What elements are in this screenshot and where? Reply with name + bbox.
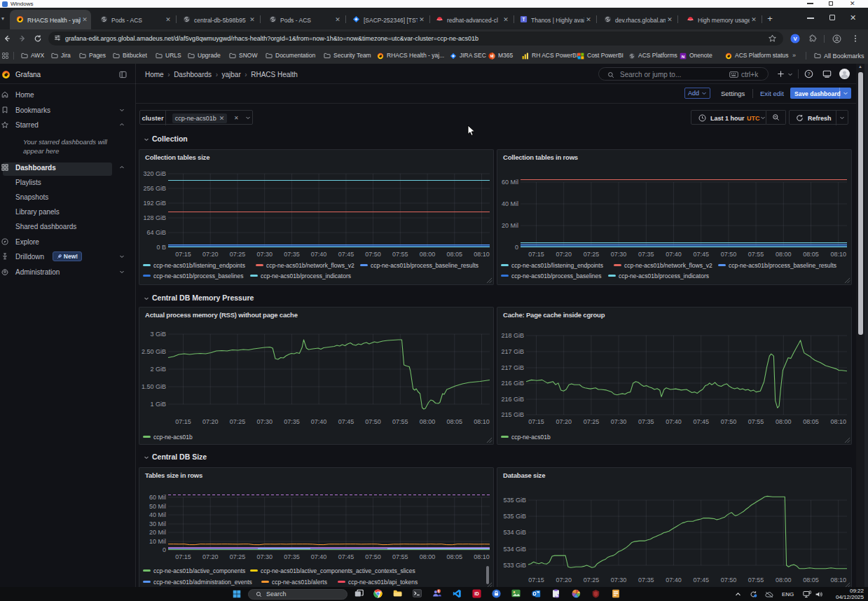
svg-text:08:00: 08:00 <box>420 418 436 425</box>
svg-text:07:35: 07:35 <box>638 251 654 258</box>
svg-text:07:40: 07:40 <box>311 553 327 560</box>
svg-text:07:35: 07:35 <box>638 576 654 583</box>
svg-text:07:50: 07:50 <box>365 553 381 560</box>
svg-text:0 B: 0 B <box>156 244 166 251</box>
svg-text:07:40: 07:40 <box>311 418 327 425</box>
svg-text:08:05: 08:05 <box>803 418 819 425</box>
svg-text:V: V <box>793 36 797 42</box>
svg-text:07:30: 07:30 <box>611 576 627 583</box>
svg-text:07:20: 07:20 <box>202 251 219 258</box>
svg-text:07:35: 07:35 <box>284 418 300 425</box>
svg-text:192 GiB: 192 GiB <box>143 200 166 207</box>
svg-text:?: ? <box>808 71 811 76</box>
svg-text:07:55: 07:55 <box>392 553 408 560</box>
svg-text:08:00: 08:00 <box>420 553 436 560</box>
svg-text:07:40: 07:40 <box>666 251 682 258</box>
svg-text:07:40: 07:40 <box>666 418 682 425</box>
svg-text:217 GiB: 217 GiB <box>501 348 524 355</box>
svg-text:07:20: 07:20 <box>202 418 219 425</box>
svg-text:534 GiB: 534 GiB <box>503 546 526 553</box>
svg-text:217 GiB: 217 GiB <box>501 364 524 371</box>
svg-text:07:40: 07:40 <box>666 576 682 583</box>
svg-text:07:45: 07:45 <box>338 418 354 425</box>
svg-text:08:10: 08:10 <box>474 418 490 425</box>
svg-text:M: M <box>490 54 494 58</box>
svg-text:3 GiB: 3 GiB <box>150 331 166 338</box>
svg-text:08:10: 08:10 <box>830 418 846 425</box>
svg-text:07:15: 07:15 <box>528 251 544 258</box>
svg-text:08:10: 08:10 <box>830 251 846 258</box>
svg-text:0: 0 <box>163 546 166 553</box>
svg-text:216 GiB: 216 GiB <box>501 396 524 403</box>
svg-text:08:00: 08:00 <box>776 576 792 583</box>
svg-text:2 GiB: 2 GiB <box>150 366 166 373</box>
svg-text:2.50 GiB: 2.50 GiB <box>142 348 166 355</box>
svg-text:07:35: 07:35 <box>638 418 654 425</box>
svg-text:08:05: 08:05 <box>447 251 463 258</box>
svg-text:20 Mil: 20 Mil <box>149 529 166 536</box>
svg-text:07:35: 07:35 <box>284 251 300 258</box>
svg-text:07:20: 07:20 <box>556 576 572 583</box>
svg-text:07:15: 07:15 <box>175 251 191 258</box>
svg-text:08:10: 08:10 <box>474 251 490 258</box>
svg-text:07:45: 07:45 <box>693 418 709 425</box>
svg-text:07:50: 07:50 <box>365 418 381 425</box>
svg-text:08:05: 08:05 <box>803 576 819 583</box>
svg-text:60 Mil: 60 Mil <box>149 494 166 501</box>
svg-text:07:40: 07:40 <box>311 251 327 258</box>
svg-text:07:50: 07:50 <box>721 418 737 425</box>
svg-text:07:55: 07:55 <box>748 576 764 583</box>
svg-text:08:05: 08:05 <box>803 251 819 258</box>
svg-text:07:25: 07:25 <box>584 576 600 583</box>
svg-text:08:00: 08:00 <box>420 251 436 258</box>
svg-text:07:25: 07:25 <box>230 251 246 258</box>
svg-text:534 GiB: 534 GiB <box>503 529 526 536</box>
svg-text:07:55: 07:55 <box>392 418 408 425</box>
svg-text:07:20: 07:20 <box>556 251 572 258</box>
svg-text:07:50: 07:50 <box>721 251 737 258</box>
svg-text:08:05: 08:05 <box>447 418 463 425</box>
svg-text:07:55: 07:55 <box>748 418 764 425</box>
svg-text:07:35: 07:35 <box>284 553 300 560</box>
svg-text:10 Mil: 10 Mil <box>149 538 166 545</box>
svg-text:08:10: 08:10 <box>830 576 846 583</box>
svg-text:1 GiB: 1 GiB <box>150 401 166 408</box>
svg-text:iD: iD <box>474 591 479 596</box>
svg-text:07:50: 07:50 <box>365 251 381 258</box>
svg-text:07:50: 07:50 <box>721 576 737 583</box>
svg-text:20 Mil: 20 Mil <box>502 222 518 229</box>
svg-text:07:15: 07:15 <box>175 553 191 560</box>
svg-text:N: N <box>682 53 685 58</box>
svg-text:320 GiB: 320 GiB <box>143 170 166 177</box>
svg-text:07:45: 07:45 <box>693 251 709 258</box>
svg-text:256 GiB: 256 GiB <box>143 185 166 192</box>
svg-text:50 Mil: 50 Mil <box>149 503 166 510</box>
svg-text:1.50 GiB: 1.50 GiB <box>142 383 166 390</box>
svg-text:08:10: 08:10 <box>474 553 490 560</box>
svg-text:07:15: 07:15 <box>175 418 191 425</box>
svg-text:40 Mil: 40 Mil <box>502 200 518 207</box>
svg-text:07:15: 07:15 <box>528 418 544 425</box>
svg-text:218 GiB: 218 GiB <box>501 332 524 339</box>
svg-text:216 GiB: 216 GiB <box>501 380 524 387</box>
svg-text:07:55: 07:55 <box>392 251 408 258</box>
svg-text:08:00: 08:00 <box>776 251 792 258</box>
svg-text:07:20: 07:20 <box>556 418 572 425</box>
svg-text:535 GiB: 535 GiB <box>503 513 526 520</box>
svg-text:07:25: 07:25 <box>230 418 246 425</box>
svg-text:533 GiB: 533 GiB <box>503 562 526 569</box>
svg-text:535 GiB: 535 GiB <box>503 497 526 504</box>
svg-text:60 Mil: 60 Mil <box>502 179 518 186</box>
svg-text:30 Mil: 30 Mil <box>149 520 166 527</box>
svg-text:07:45: 07:45 <box>693 576 709 583</box>
svg-text:40 Mil: 40 Mil <box>149 511 166 518</box>
svg-text:07:15: 07:15 <box>528 576 544 583</box>
svg-text:64 GiB: 64 GiB <box>146 229 166 236</box>
svg-text:07:45: 07:45 <box>338 553 354 560</box>
svg-text:07:25: 07:25 <box>584 418 600 425</box>
svg-text:07:55: 07:55 <box>748 251 764 258</box>
svg-text:07:20: 07:20 <box>202 553 219 560</box>
svg-text:07:30: 07:30 <box>256 251 273 258</box>
svg-text:128 GiB: 128 GiB <box>143 214 166 221</box>
svg-text:T: T <box>523 17 525 22</box>
